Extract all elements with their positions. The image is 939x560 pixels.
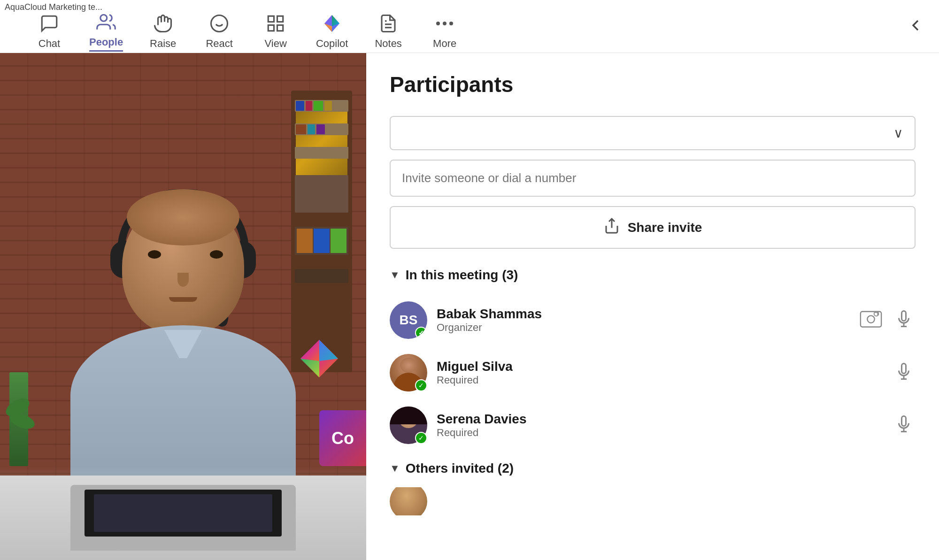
person-video: Co — [0, 53, 366, 560]
app-container: AquaCloud Marketing te... Chat — [0, 0, 939, 560]
svg-point-11 — [443, 22, 446, 25]
invite-input-container[interactable] — [390, 160, 916, 197]
svg-rect-5 — [277, 16, 283, 22]
svg-point-0 — [100, 15, 107, 21]
svg-point-10 — [436, 22, 440, 25]
miguel-name: Miguel Silva — [437, 359, 883, 374]
share-invite-button[interactable]: Share invite — [390, 206, 916, 249]
others-invited-section: ▼ Others invited (2) — [390, 461, 916, 515]
participants-title: Participants — [390, 72, 916, 97]
dropdown-arrow-icon: ∨ — [893, 125, 903, 141]
serena-name: Serena Davies — [437, 412, 883, 427]
copilot-icon — [321, 12, 343, 35]
others-invited-title: Others invited (2) — [406, 461, 514, 476]
view-icon — [264, 12, 287, 35]
toolbar: AquaCloud Marketing te... Chat — [0, 0, 939, 53]
raise-icon — [152, 12, 174, 35]
serena-role: Required — [437, 427, 883, 439]
miguel-avatar-container: ✓ — [390, 354, 427, 391]
toolbar-chat[interactable]: Chat — [33, 12, 66, 50]
miguel-info: Miguel Silva Required — [437, 359, 883, 386]
react-icon — [208, 12, 231, 35]
babak-check-badge: ✓ — [415, 327, 427, 339]
co-badge: Co — [319, 410, 366, 466]
participant-row: BS ✓ Babak Shammas Organizer — [390, 294, 916, 346]
other-participant-avatar — [390, 487, 427, 515]
svg-rect-4 — [268, 16, 274, 22]
toolbar-raise[interactable]: Raise — [146, 12, 179, 50]
participant-row: ✓ Miguel Silva Required — [390, 346, 916, 399]
svg-rect-24 — [902, 364, 906, 374]
serena-actions — [892, 414, 916, 437]
svg-point-12 — [449, 22, 453, 25]
babak-role: Organizer — [437, 322, 850, 334]
others-participant-row — [390, 487, 916, 515]
check-icon: ✓ — [418, 434, 424, 442]
babak-info: Babak Shammas Organizer — [437, 307, 850, 334]
svg-rect-21 — [902, 311, 906, 321]
copilot-label: Copilot — [316, 38, 348, 50]
toolbar-more[interactable]: More — [428, 12, 461, 50]
in-meeting-section-header[interactable]: ▼ In this meeting (3) — [390, 268, 916, 283]
babak-initials: BS — [400, 313, 418, 328]
chat-label: Chat — [38, 38, 60, 50]
serena-avatar-container: ✓ — [390, 407, 427, 444]
more-icon — [433, 12, 456, 35]
miguel-mic-button[interactable] — [892, 361, 916, 384]
video-area: Co — [0, 53, 366, 560]
meeting-title-bar: AquaCloud Marketing te... — [0, 0, 235, 14]
toolbar-copilot[interactable]: Copilot — [316, 12, 348, 50]
in-meeting-section-title: In this meeting (3) — [406, 268, 518, 283]
participant-row: ✓ Serena Davies Required — [390, 399, 916, 452]
babak-mic-button[interactable] — [892, 308, 916, 332]
share-icon — [603, 217, 620, 238]
more-label: More — [433, 38, 456, 50]
miguel-role: Required — [437, 374, 883, 386]
others-chevron-icon: ▼ — [390, 462, 400, 475]
svg-rect-27 — [902, 416, 906, 426]
babak-actions — [859, 308, 916, 332]
people-label: People — [89, 36, 123, 48]
svg-marker-14 — [319, 340, 338, 361]
babak-manage-screen-button[interactable] — [859, 308, 883, 332]
view-label: View — [264, 38, 286, 50]
person-head — [122, 199, 244, 335]
invite-input[interactable] — [402, 171, 903, 185]
others-invited-section-header[interactable]: ▼ Others invited (2) — [390, 461, 916, 476]
miguel-check-badge: ✓ — [415, 379, 427, 391]
chat-icon — [38, 12, 61, 35]
svg-point-19 — [867, 315, 874, 322]
babak-avatar: BS ✓ — [390, 301, 427, 339]
raise-label: Raise — [150, 38, 176, 50]
babak-name: Babak Shammas — [437, 307, 850, 322]
miguel-actions — [892, 361, 916, 384]
toolbar-notes[interactable]: Notes — [372, 12, 405, 50]
serena-info: Serena Davies Required — [437, 412, 883, 439]
toolbar-people[interactable]: People — [89, 11, 123, 52]
serena-check-badge: ✓ — [415, 432, 427, 444]
serena-mic-button[interactable] — [892, 414, 916, 437]
toolbar-react[interactable]: React — [203, 12, 236, 50]
share-invite-label: Share invite — [628, 220, 702, 235]
react-label: React — [206, 38, 232, 50]
toolbar-view[interactable]: View — [259, 12, 292, 50]
svg-rect-6 — [277, 25, 283, 31]
svg-rect-7 — [268, 25, 274, 31]
svg-point-1 — [211, 15, 228, 32]
invite-dropdown-row[interactable]: ∨ — [390, 116, 916, 150]
notes-label: Notes — [375, 38, 401, 50]
notes-icon — [377, 12, 400, 35]
participants-panel: Participants ∨ Shar — [366, 53, 939, 560]
check-icon: ✓ — [418, 382, 424, 389]
main-content: Co Participants ∨ — [0, 53, 939, 560]
in-meeting-chevron-icon: ▼ — [390, 269, 400, 281]
check-icon: ✓ — [418, 329, 424, 337]
meeting-title: AquaCloud Marketing te... — [5, 2, 102, 12]
